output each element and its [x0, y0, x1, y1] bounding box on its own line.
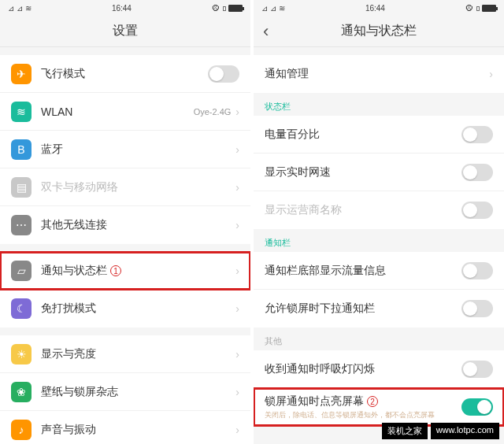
label-led: 收到通知时呼吸灯闪烁	[265, 362, 461, 376]
label-sim: 双卡与移动网络	[41, 180, 235, 194]
label-wireless: 其他无线连接	[41, 218, 235, 232]
label-wallpaper: 壁纸与锁屏杂志	[41, 385, 235, 399]
row-sim[interactable]: ▤双卡与移动网络›	[0, 168, 250, 206]
row-sound[interactable]: ♪声音与振动›	[0, 411, 250, 444]
label-speed: 显示实时网速	[265, 165, 461, 179]
chevron-icon: ›	[235, 181, 239, 194]
battery-icon	[482, 5, 496, 12]
subtext-wake: 关闭后，除电话、信息等锁屏通知外，都不会点亮屏幕	[265, 410, 461, 420]
badge-num: 1	[110, 265, 121, 276]
toggle-carrier[interactable]	[461, 202, 493, 219]
group-title-other: 其他	[254, 327, 504, 350]
row-display[interactable]: ☀显示与亮度›	[0, 335, 250, 373]
signal-icon: ⊿ ⊿ ≋	[8, 4, 32, 13]
wallpaper-icon: ❀	[11, 382, 32, 402]
chevron-icon: ›	[235, 302, 239, 315]
label-lockpull: 允许锁屏时下拉通知栏	[265, 302, 461, 316]
chevron-icon: ›	[235, 386, 239, 398]
toggle-speed[interactable]	[461, 164, 493, 181]
badge-num: 2	[367, 396, 378, 407]
airplane-icon: ✈	[11, 64, 32, 84]
label-display: 显示与亮度	[41, 347, 235, 361]
chevron-icon: ›	[489, 68, 493, 80]
status-bar: ⊿ ⊿ ≋ 16:44 ⭙ ⌷	[0, 0, 250, 16]
signal-icon: ⊿ ⊿ ≋	[261, 4, 285, 13]
toggle-wake[interactable]	[461, 398, 493, 416]
label-notif: 通知与状态栏1	[41, 264, 235, 278]
row-lockpull[interactable]: 允许锁屏时下拉通知栏	[254, 290, 504, 327]
label-wake: 锁屏通知时点亮屏幕2	[265, 394, 461, 409]
row-airplane[interactable]: ✈飞行模式	[0, 55, 250, 93]
row-notif[interactable]: ▱通知与状态栏1›	[0, 252, 250, 290]
chevron-icon: ›	[235, 219, 239, 231]
page-title: 设置	[113, 23, 138, 39]
label-batt: 电量百分比	[265, 128, 461, 142]
alarm-icon: ⭙ ⌷	[212, 4, 226, 13]
toggle-led[interactable]	[461, 361, 493, 378]
label-carrier: 显示运营商名称	[265, 203, 461, 217]
display-icon: ☀	[11, 344, 32, 364]
row-carrier[interactable]: 显示运营商名称	[254, 191, 504, 229]
toggle-lockpull[interactable]	[461, 300, 493, 317]
group-title-statusbar: 状态栏	[254, 93, 504, 116]
back-button[interactable]: ‹	[263, 21, 269, 42]
phone-right: ⊿ ⊿ ≋ 16:44 ⭙ ⌷ ‹ 通知与状态栏 通知管理› 状态栏 电量百分比…	[254, 0, 504, 444]
row-mgr[interactable]: 通知管理›	[254, 55, 504, 93]
row-wallpaper[interactable]: ❀壁纸与锁屏杂志›	[0, 373, 250, 411]
label-dnd: 免打扰模式	[41, 302, 235, 316]
row-batt[interactable]: 电量百分比	[254, 116, 504, 154]
wireless-icon: ⋯	[11, 215, 32, 235]
toggle-traffic[interactable]	[461, 262, 493, 279]
notif-icon: ▱	[11, 261, 32, 281]
chevron-icon: ›	[235, 143, 239, 156]
row-dnd[interactable]: ☾免打扰模式›	[0, 290, 250, 327]
clock: 16:44	[365, 4, 385, 13]
label-airplane: 飞行模式	[41, 67, 208, 81]
sound-icon: ♪	[11, 420, 32, 440]
bt-icon: B	[11, 139, 32, 160]
dnd-icon: ☾	[11, 298, 32, 319]
row-wlan[interactable]: ≋WLANOye-2.4G›	[0, 93, 250, 131]
watermark-brand: 装机之家	[382, 423, 428, 439]
header: ‹ 通知与状态栏	[254, 16, 504, 47]
status-bar: ⊿ ⊿ ≋ 16:44 ⭙ ⌷	[254, 0, 504, 16]
watermark: 装机之家 www.lotpc.com	[382, 423, 499, 439]
watermark-url: www.lotpc.com	[431, 423, 499, 439]
sim-icon: ▤	[11, 177, 32, 198]
chevron-icon: ›	[235, 348, 239, 361]
label-sound: 声音与振动	[41, 423, 235, 437]
row-wireless[interactable]: ⋯其他无线连接›	[0, 206, 250, 244]
chevron-icon: ›	[235, 265, 239, 277]
row-speed[interactable]: 显示实时网速	[254, 154, 504, 191]
group-title-notifbar: 通知栏	[254, 229, 504, 252]
header: 设置	[0, 16, 250, 47]
row-traffic[interactable]: 通知栏底部显示流量信息	[254, 252, 504, 290]
toggle-batt[interactable]	[461, 126, 493, 143]
label-wlan: WLAN	[41, 105, 194, 118]
phone-left: ⊿ ⊿ ≋ 16:44 ⭙ ⌷ 设置 ✈飞行模式≋WLANOye-2.4G›B蓝…	[0, 0, 250, 444]
alarm-icon: ⭙ ⌷	[465, 4, 480, 13]
wlan-icon: ≋	[11, 102, 32, 122]
clock: 16:44	[112, 4, 132, 13]
battery-icon	[228, 5, 243, 12]
label-mgr: 通知管理	[265, 67, 489, 81]
row-led[interactable]: 收到通知时呼吸灯闪烁	[254, 350, 504, 388]
toggle-airplane[interactable]	[208, 65, 239, 83]
row-bt[interactable]: B蓝牙›	[0, 131, 250, 168]
chevron-icon: ›	[235, 424, 239, 436]
chevron-icon: ›	[235, 105, 239, 118]
row-wake[interactable]: 锁屏通知时点亮屏幕2关闭后，除电话、信息等锁屏通知外，都不会点亮屏幕	[254, 388, 504, 426]
value-wlan: Oye-2.4G	[194, 107, 232, 117]
label-traffic: 通知栏底部显示流量信息	[265, 264, 461, 278]
label-bt: 蓝牙	[41, 142, 235, 157]
page-title: 通知与状态栏	[341, 23, 417, 39]
